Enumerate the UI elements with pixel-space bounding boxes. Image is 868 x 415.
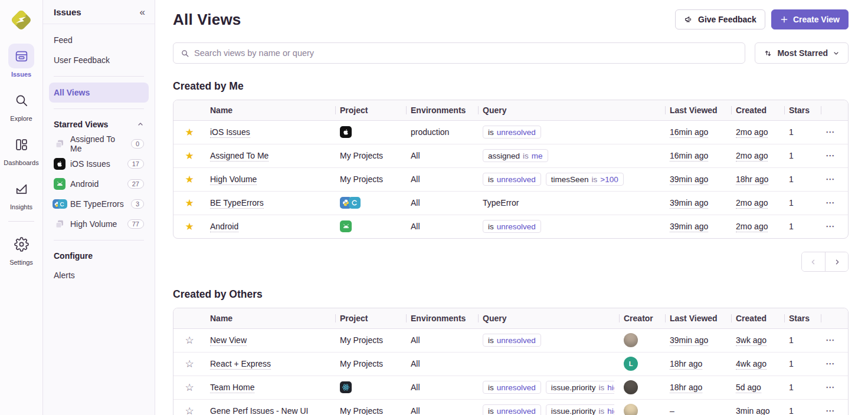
rail-items: IssuesExploreDashboardsInsights [2,34,40,210]
star-toggle[interactable]: ★ [185,150,194,162]
starred-view-high-volume[interactable]: High Volume77 [49,214,149,234]
created-cell: 3min ago [731,399,784,415]
row-actions-button[interactable]: ⋯ [826,127,836,136]
sort-dropdown[interactable]: Most Starred [755,42,849,64]
starred-view-ios-issues[interactable]: iOS Issues17 [49,154,149,174]
creator-avatar [624,380,638,394]
sidebar-item-all-views[interactable]: All Views [49,83,149,103]
previous-page-button[interactable] [802,252,825,271]
project-label: My Projects [340,335,383,345]
sort-label: Most Starred [777,48,828,58]
table-header-row: NameProjectEnvironmentsQueryLast ViewedC… [173,100,848,120]
project-cell [335,215,406,238]
last-viewed-value: 16min ago [670,151,708,162]
star-toggle[interactable]: ★ [185,221,194,232]
column-header-last-viewed: Last Viewed [665,308,731,328]
table-header-row: NameProjectEnvironmentsQueryCreatorLast … [173,308,848,328]
sidebar-item-user-feedback[interactable]: User Feedback [49,50,149,70]
issue-count-badge: 3 [131,199,144,209]
starred-views-header[interactable]: Starred Views [49,115,149,134]
query-token: unresolved [497,383,536,392]
query-cell: isunresolvedissue.priorityishigh [478,399,619,415]
star-toggle[interactable]: ★ [185,197,194,209]
query-token: unresolved [497,407,536,415]
megaphone-icon [684,15,693,24]
starred-view-be-typeerrors[interactable]: BE TypeErrors3 [49,194,149,214]
rail-item-label: Settings [9,259,33,266]
name-cell: Android [205,215,335,238]
give-feedback-label: Give Feedback [698,15,756,24]
rail-item-insights[interactable]: Insights [2,176,40,210]
starred-view-android[interactable]: Android27 [49,174,149,194]
rail-item-label: Dashboards [4,159,38,166]
row-actions-button[interactable]: ⋯ [826,359,836,368]
actions-cell: ⋯ [821,399,848,415]
row-actions-button[interactable]: ⋯ [826,406,836,415]
star-toggle[interactable]: ☆ [185,406,194,415]
column-header-project: Project [335,308,406,328]
last-viewed-cell: 39min ago [665,167,731,191]
row-actions-button[interactable]: ⋯ [826,151,836,160]
rail-item-issues[interactable]: Issues [2,44,40,78]
view-name-link[interactable]: BE TypeErrors [210,198,264,209]
created-cell: 2mo ago [731,144,784,167]
star-toggle[interactable]: ★ [185,174,194,185]
section-title-created-by-me: Created by Me [173,80,849,93]
row-actions-button[interactable]: ⋯ [826,222,836,230]
star-toggle[interactable]: ☆ [185,335,194,346]
environments-cell: All [406,191,478,215]
row-actions-button[interactable]: ⋯ [826,198,836,207]
view-name-link[interactable]: High Volume [210,174,257,185]
issue-count-badge: 27 [127,179,144,189]
star-toggle[interactable]: ☆ [185,358,194,370]
collapse-sidebar-button[interactable]: « [139,6,146,18]
actions-cell: ⋯ [821,167,848,191]
view-name-link[interactable]: Team Home [210,383,254,393]
view-name-link[interactable]: Assigned To Me [210,151,268,162]
view-name-link[interactable]: New View [210,335,247,346]
project-cell [335,376,406,399]
last-viewed-cell: 16min ago [665,144,731,167]
column-header-environments: Environments [406,100,478,120]
view-name-link[interactable]: React + Express [210,359,271,370]
view-row: ☆Team HomeAllisunresolvedissue.priorityi… [173,376,848,399]
sidebar-title: Issues [54,7,81,17]
create-view-button[interactable]: Create View [771,9,849,29]
rail-item-dashboards[interactable]: Dashboards [2,132,40,166]
rail-item-label: Issues [11,71,31,78]
rail-item-explore[interactable]: Explore [2,88,40,122]
give-feedback-button[interactable]: Give Feedback [675,9,765,29]
page-header: All Views Give Feedback Create View [173,9,849,29]
row-actions-button[interactable]: ⋯ [826,335,836,344]
created-value: 2mo ago [736,151,768,162]
query-chip: isunresolved [483,381,541,394]
rail-item-settings[interactable]: Settings [2,232,40,266]
project-cell [335,120,406,144]
apple-project-icon [54,158,65,170]
sidebar-item-alerts[interactable]: Alerts [49,265,149,285]
query-cell: isunresolved [478,328,619,352]
query-token: is [523,151,529,160]
view-name-link[interactable]: iOS Issues [210,127,250,138]
search-input[interactable] [194,48,738,58]
sentry-logo[interactable] [8,6,35,34]
creator-avatar [624,333,638,347]
stars-cell: 1 [784,376,821,399]
star-toggle[interactable]: ★ [185,127,194,138]
project-cell: My Projects [335,328,406,352]
view-name-link[interactable]: Android [210,222,238,232]
stars-cell: 1 [784,352,821,376]
name-cell: Assigned To Me [205,144,335,167]
view-name-link[interactable]: Gene Perf Issues - New UI [210,406,309,415]
next-page-button[interactable] [825,252,848,271]
environments-cell: All [406,167,478,191]
row-actions-button[interactable]: ⋯ [826,383,836,391]
query-chip: isunresolved [483,334,541,347]
sidebar-item-feed[interactable]: Feed [49,30,149,50]
creator-cell [619,328,665,352]
query-token: is [599,407,605,415]
starred-view-assigned-to-me[interactable]: Assigned To Me0 [49,134,149,154]
query-cell: isunresolved [478,215,665,238]
star-toggle[interactable]: ☆ [185,382,194,393]
row-actions-button[interactable]: ⋯ [826,174,836,183]
